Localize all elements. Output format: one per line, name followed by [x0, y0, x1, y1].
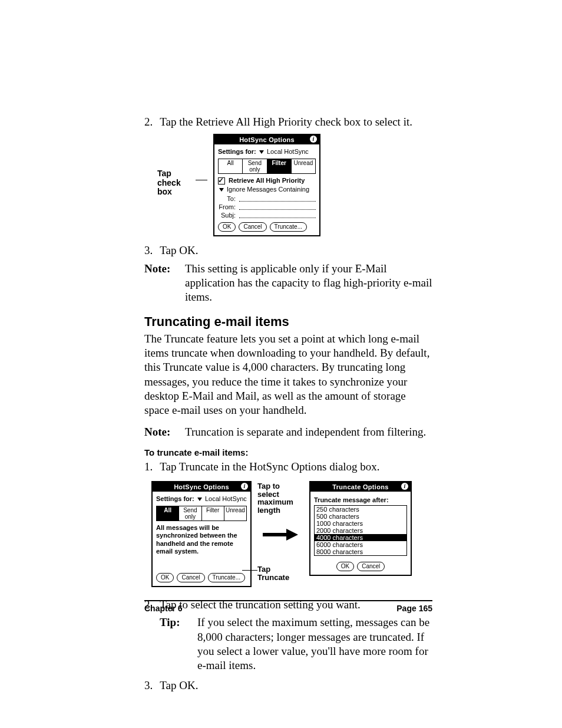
callout-tap-truncate: Tap Truncate: [257, 565, 303, 581]
note-text: This setting is applicable only if your …: [185, 262, 432, 305]
truncate-options-dialog: Truncate Options i Truncate message afte…: [309, 481, 412, 576]
page-footer: Chapter 6 Page 165: [144, 600, 432, 613]
list-number: 3.: [144, 243, 153, 258]
filter-tabs: All Send only Filter Unread: [156, 506, 247, 521]
ok-button[interactable]: OK: [336, 562, 354, 571]
list-item[interactable]: 4000 characters: [315, 534, 406, 541]
ignore-label: Ignore Messages Containing: [227, 186, 309, 193]
retrieve-high-priority-row[interactable]: Retrieve All High Priority: [218, 177, 316, 185]
dialog-body: Truncate message after: 250 characters 5…: [310, 492, 411, 575]
trunc-step-3: 3. Tap OK.: [144, 678, 432, 693]
tip-label: Tip:: [160, 615, 181, 673]
cancel-button[interactable]: Cancel: [357, 562, 385, 571]
list-item[interactable]: 1000 characters: [315, 520, 406, 527]
page-number: Page 165: [396, 604, 432, 613]
list-item[interactable]: 250 characters: [315, 506, 406, 513]
checkbox-icon[interactable]: [218, 177, 225, 185]
ok-button[interactable]: OK: [218, 222, 236, 232]
dropdown-icon[interactable]: [197, 498, 202, 501]
procedure-heading: To truncate e-mail items:: [144, 447, 432, 457]
dialog-title-bar: Truncate Options i: [310, 482, 411, 492]
callout-leader-line: [196, 180, 207, 180]
dropdown-icon[interactable]: [259, 150, 264, 154]
note-1: Note: This setting is applicable only if…: [144, 262, 432, 305]
dialog-button-row: OK Cancel: [314, 562, 407, 571]
tab-all[interactable]: All: [219, 159, 243, 173]
dialog-button-row: OK Cancel Truncate...: [218, 222, 316, 232]
trunc-step-1: 1. Tap Truncate in the HotSync Options d…: [144, 460, 432, 474]
tip: Tip: If you select the maximum setting, …: [160, 615, 432, 673]
truncate-button[interactable]: Truncate...: [270, 222, 307, 232]
subj-label: Subj:: [218, 212, 236, 219]
list-text: Tap OK.: [160, 243, 198, 258]
settings-label: Settings for:: [218, 148, 256, 155]
tab-all[interactable]: All: [157, 506, 179, 521]
from-field-row: From:: [218, 203, 316, 210]
step-3: 3. Tap OK.: [144, 243, 432, 258]
settings-value[interactable]: Local HotSync: [205, 495, 247, 502]
ignore-messages-row[interactable]: Ignore Messages Containing: [218, 186, 316, 193]
to-field-row: To:: [218, 195, 316, 202]
list-item[interactable]: 500 characters: [315, 513, 406, 520]
from-label: From:: [218, 203, 236, 210]
list-number: 2.: [144, 115, 153, 129]
hotsync-options-dialog: HotSync Options i Settings for: Local Ho…: [213, 134, 320, 236]
callout-tap-to-select: Tap to select maximum length: [257, 482, 303, 515]
section-heading: Truncating e-mail items: [144, 314, 432, 330]
all-messages-text: All messages will be synchronized betwee…: [156, 524, 247, 555]
chapter-label: Chapter 6: [144, 604, 183, 613]
list-item[interactable]: 6000 characters: [315, 541, 406, 548]
arrow-icon: [263, 530, 298, 539]
list-item[interactable]: 8000 characters: [315, 548, 406, 555]
note-label: Note:: [144, 425, 177, 439]
dialog-button-row: OK Cancel Truncate...: [156, 573, 247, 582]
figure-2: HotSync Options i Settings for: Local Ho…: [151, 481, 432, 587]
tip-text: If you select the maximum setting, messa…: [197, 615, 432, 673]
dialog-body: Settings for: Local HotSync All Send onl…: [153, 492, 250, 586]
dialog-body: Settings for: Local HotSync All Send onl…: [214, 144, 319, 235]
truncate-after-label: Truncate message after:: [314, 496, 407, 503]
figure-2-callouts: Tap to select maximum length Tap Truncat…: [257, 481, 303, 580]
tab-filter[interactable]: Filter: [202, 506, 224, 521]
list-number: 3.: [144, 678, 153, 693]
dialog-title: Truncate Options: [332, 483, 388, 490]
settings-for-row: Settings for: Local HotSync: [156, 495, 247, 502]
list-text: Tap the Retrieve All High Priority check…: [160, 115, 412, 129]
document-page: 2. Tap the Retrieve All High Priority ch…: [0, 0, 562, 728]
tab-unread[interactable]: Unread: [292, 159, 315, 173]
dialog-title-bar: HotSync Options i: [153, 482, 250, 492]
ok-button[interactable]: OK: [156, 573, 174, 582]
info-icon[interactable]: i: [401, 483, 408, 490]
callout-leader-line: [242, 570, 257, 571]
from-input[interactable]: [239, 203, 316, 210]
tab-send-only[interactable]: Send only: [243, 159, 267, 173]
settings-for-row: Settings for: Local HotSync: [218, 148, 316, 155]
cancel-button[interactable]: Cancel: [177, 573, 204, 582]
settings-value[interactable]: Local HotSync: [267, 148, 309, 155]
retrieve-label: Retrieve All High Priority: [229, 177, 305, 184]
truncate-button[interactable]: Truncate...: [208, 573, 245, 582]
cancel-button[interactable]: Cancel: [239, 222, 266, 232]
dialog-title-bar: HotSync Options i: [214, 135, 319, 144]
dropdown-icon[interactable]: [219, 188, 224, 192]
filter-tabs: All Send only Filter Unread: [218, 159, 316, 174]
dialog-title: HotSync Options: [174, 483, 229, 490]
to-label: To:: [218, 195, 236, 202]
tab-filter[interactable]: Filter: [267, 159, 292, 173]
list-number: 1.: [144, 460, 153, 474]
settings-label: Settings for:: [156, 495, 194, 502]
info-icon[interactable]: i: [310, 136, 317, 143]
info-icon[interactable]: i: [241, 483, 248, 490]
truncate-options-list: 250 characters 500 characters 1000 chara…: [314, 505, 407, 556]
to-input[interactable]: [239, 195, 316, 202]
subj-input[interactable]: [239, 212, 316, 218]
paragraph: The Truncate feature lets you set a poin…: [144, 332, 432, 418]
list-text: Tap Truncate in the HotSync Options dial…: [160, 460, 379, 474]
tab-unread[interactable]: Unread: [224, 506, 246, 521]
note-2: Note: Truncation is separate and indepen…: [144, 425, 432, 439]
subj-field-row: Subj:: [218, 212, 316, 219]
step-2: 2. Tap the Retrieve All High Priority ch…: [144, 115, 432, 129]
list-text: Tap OK.: [160, 678, 198, 693]
tab-send-only[interactable]: Send only: [179, 506, 201, 521]
list-item[interactable]: 2000 characters: [315, 527, 406, 534]
